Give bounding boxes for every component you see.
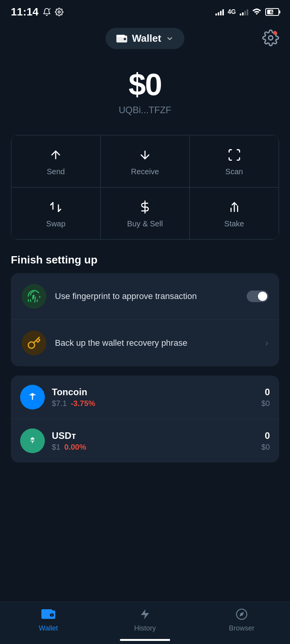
history-nav-icon bbox=[139, 608, 151, 620]
usdt-token-item[interactable]: USDт $1 0.00% 0 $0 bbox=[11, 419, 279, 462]
scan-icon bbox=[226, 146, 243, 163]
stake-icon bbox=[226, 199, 243, 216]
lte-label: 4G bbox=[228, 8, 236, 15]
svg-rect-3 bbox=[116, 35, 125, 37]
bottom-navigation: Wallet History Browser bbox=[0, 602, 290, 644]
balance-section: $0 UQBi...TFZF bbox=[0, 55, 290, 123]
home-indicator bbox=[120, 639, 170, 641]
toncoin-logo bbox=[20, 385, 45, 410]
chevron-down-icon bbox=[166, 35, 174, 42]
wallet-icon bbox=[116, 34, 127, 43]
gear-small-icon bbox=[55, 8, 63, 16]
usdt-name: USDт bbox=[52, 430, 254, 441]
status-right: 4G 62 bbox=[215, 8, 279, 16]
toncoin-price-row: $7.1 -3.75% bbox=[52, 399, 254, 408]
svg-line-0 bbox=[49, 8, 50, 10]
usdt-value: $0 bbox=[261, 443, 270, 452]
settings-button-container[interactable] bbox=[262, 29, 279, 48]
history-nav-icon-container bbox=[139, 608, 151, 622]
toncoin-price: $7.1 bbox=[52, 399, 67, 408]
token-list-card: Toncoin $7.1 -3.75% 0 $0 USDт $1 0.00% bbox=[11, 376, 279, 462]
svg-rect-17 bbox=[32, 396, 33, 400]
toncoin-info: Toncoin $7.1 -3.75% bbox=[52, 387, 254, 408]
history-nav-label: History bbox=[134, 624, 156, 632]
fingerprint-setup-item[interactable]: Use fingerprint to approve transaction bbox=[11, 273, 279, 319]
settings-notification-dot bbox=[273, 31, 277, 35]
buy-sell-label: Buy & Sell bbox=[127, 219, 163, 228]
setup-card: Use fingerprint to approve transaction B… bbox=[11, 273, 279, 366]
send-button[interactable]: Send bbox=[11, 135, 101, 187]
stake-button[interactable]: Stake bbox=[189, 187, 279, 240]
usdt-price: $1 bbox=[52, 443, 60, 452]
battery-icon: 62 bbox=[265, 8, 279, 16]
usdt-amount: 0 bbox=[261, 430, 270, 441]
backup-text: Back up the wallet recovery phrase bbox=[55, 337, 257, 349]
swap-label: Swap bbox=[46, 219, 65, 228]
receive-icon bbox=[136, 146, 154, 163]
usdt-logo bbox=[20, 428, 45, 453]
fingerprint-icon bbox=[27, 289, 41, 303]
backup-chevron-icon: › bbox=[265, 338, 268, 348]
svg-point-1 bbox=[58, 11, 60, 13]
browser-nav-icon-container bbox=[235, 608, 248, 622]
toncoin-balance: 0 $0 bbox=[261, 387, 270, 408]
backup-setup-item[interactable]: Back up the wallet recovery phrase › bbox=[11, 319, 279, 366]
buy-sell-icon bbox=[136, 199, 154, 216]
send-label: Send bbox=[47, 167, 65, 176]
toncoin-amount: 0 bbox=[261, 387, 270, 398]
header: Wallet bbox=[0, 22, 290, 55]
toncoin-token-item[interactable]: Toncoin $7.1 -3.75% 0 $0 bbox=[11, 376, 279, 419]
toncoin-change: -3.75% bbox=[71, 399, 95, 408]
wallet-address[interactable]: UQBi...TFZF bbox=[0, 105, 290, 116]
usdt-price-row: $1 0.00% bbox=[52, 443, 254, 452]
balance-amount: $0 bbox=[0, 67, 290, 102]
scan-button[interactable]: Scan bbox=[189, 135, 279, 187]
toncoin-value: $0 bbox=[261, 399, 270, 408]
wallet-selector[interactable]: Wallet bbox=[106, 28, 184, 49]
wallet-label: Wallet bbox=[132, 32, 161, 44]
nav-wallet-tab[interactable]: Wallet bbox=[0, 608, 97, 632]
usdt-balance: 0 $0 bbox=[261, 430, 270, 452]
nav-history-tab[interactable]: History bbox=[97, 608, 193, 632]
send-icon bbox=[47, 146, 64, 163]
setup-section-title: Finish setting up bbox=[0, 240, 290, 273]
toggle-knob bbox=[258, 292, 267, 301]
browser-nav-icon bbox=[235, 608, 248, 620]
signal2-icon bbox=[240, 8, 248, 15]
status-time: 11:14 bbox=[11, 6, 39, 18]
key-icon-bg bbox=[22, 331, 46, 355]
status-bar: 11:14 4G 62 bbox=[0, 0, 290, 22]
signal-icon bbox=[215, 8, 224, 15]
svg-point-24 bbox=[51, 615, 53, 616]
receive-label: Receive bbox=[131, 167, 159, 176]
usdt-change: 0.00% bbox=[64, 443, 86, 452]
wallet-nav-icon-container bbox=[41, 608, 55, 622]
scan-label: Scan bbox=[225, 167, 243, 176]
svg-point-4 bbox=[124, 38, 126, 40]
fingerprint-toggle[interactable] bbox=[247, 291, 268, 302]
buy-sell-button[interactable]: Buy & Sell bbox=[101, 187, 190, 240]
nav-browser-tab[interactable]: Browser bbox=[193, 608, 290, 632]
svg-marker-26 bbox=[239, 612, 244, 616]
wallet-nav-icon bbox=[41, 608, 55, 620]
swap-icon bbox=[47, 199, 64, 216]
wallet-nav-label: Wallet bbox=[39, 624, 58, 632]
bell-icon bbox=[43, 8, 51, 16]
fingerprint-text: Use fingerprint to approve transaction bbox=[55, 291, 238, 302]
svg-rect-21 bbox=[41, 609, 52, 612]
swap-button[interactable]: Swap bbox=[11, 187, 101, 240]
toncoin-name: Toncoin bbox=[52, 387, 254, 398]
usdt-info: USDт $1 0.00% bbox=[52, 430, 254, 452]
receive-button[interactable]: Receive bbox=[101, 135, 190, 187]
key-icon bbox=[27, 336, 41, 350]
actions-grid: Send Receive Scan bbox=[11, 135, 279, 240]
fingerprint-icon-bg bbox=[22, 284, 46, 309]
stake-label: Stake bbox=[224, 219, 244, 228]
wifi-icon bbox=[252, 8, 261, 15]
svg-point-5 bbox=[269, 36, 273, 40]
browser-nav-label: Browser bbox=[229, 624, 254, 632]
